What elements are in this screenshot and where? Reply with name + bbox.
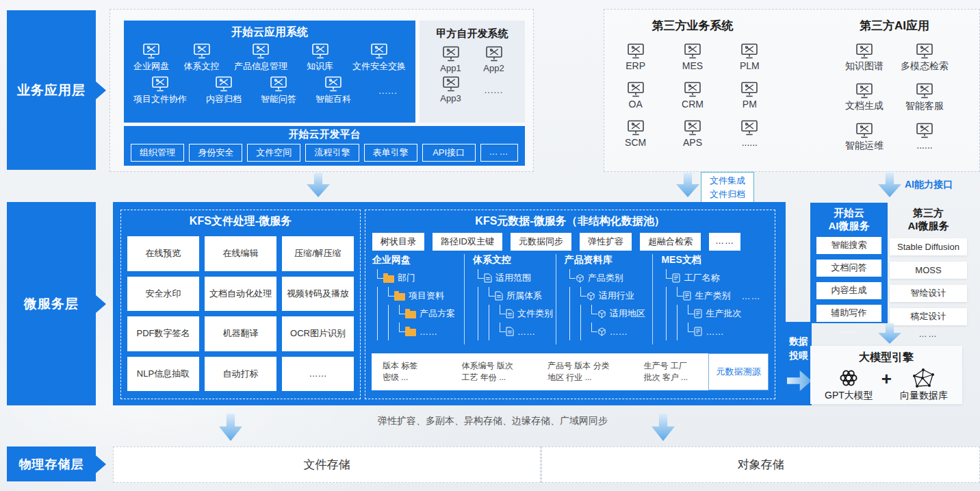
kfs-metadata-title: KFS元数据-微服务（非结构化数据池） xyxy=(365,214,775,229)
ai-app-label: 文档生成 xyxy=(845,100,884,112)
platform-module: 身份安全 xyxy=(189,144,242,162)
third-party-ai-apps-title: 第三方AI应用 xyxy=(834,18,955,34)
feature-tag-ellipsis: …… xyxy=(709,233,740,251)
monitor-tools-icon xyxy=(740,43,758,59)
platform-module: 表单引擎 xyxy=(364,144,417,162)
monitor-tools-icon xyxy=(740,81,758,97)
metadata-feature-tags: 树状目录 路径ID双主键 元数据同步 弹性扩容 超融合检索 …… xyxy=(372,233,768,251)
monitor-tools-icon xyxy=(855,43,873,59)
service-cell: NLP信息抽取 xyxy=(127,357,199,392)
system-item: ERP xyxy=(607,43,664,71)
app-item: 知识库 xyxy=(302,43,338,73)
tree-column-product-library: 产品资料库 产品类别 适用行业 适用地区 …… xyxy=(556,254,653,344)
cloud-app-system-title: 开始云应用系统 xyxy=(124,21,415,40)
monitor-tools-icon xyxy=(855,83,873,99)
large-model-engine-block: 大模型引擎 GPT大模型 + 向量数据库 xyxy=(810,346,962,404)
feature-tag: 树状目录 xyxy=(372,233,424,251)
document-icon xyxy=(484,273,492,283)
app-label: 内容归档 xyxy=(206,93,242,105)
folder-icon xyxy=(405,327,416,336)
ai-service-cell: Stable Diffusion xyxy=(890,238,967,255)
service-cell: 文档自动化处理 xyxy=(205,277,276,312)
app-item: App2 xyxy=(472,46,515,73)
system-item: APS xyxy=(664,120,721,148)
system-label: SCM xyxy=(625,137,646,148)
monitor-tools-icon xyxy=(684,43,701,59)
feature-tag: 元数据同步 xyxy=(511,233,571,251)
platform-module: 流程引擎 xyxy=(305,144,359,162)
ai-app-item-ellipsis: ...... xyxy=(894,123,955,152)
dev-platform-modules: 组织管理 身份安全 文件空间 流程引擎 表单引擎 API接口 …… xyxy=(124,141,525,162)
ai-app-label: 知识图谱 xyxy=(845,60,884,73)
app-label: 文件安全交换 xyxy=(352,60,406,73)
metadata-fields: 生产号 工厂批次 客户 ... xyxy=(632,360,708,384)
file-integration-line2: 文件归档 xyxy=(704,188,751,201)
app-row-2: 项目文件协作 内容归档 智能问答 智能百科 ...... xyxy=(124,76,415,105)
monitor-tools-icon xyxy=(740,120,758,136)
down-arrow-icon xyxy=(307,173,330,197)
tree-column-enterprise-drive: 企业网盘 部门 项目资料 产品方案 …… xyxy=(372,254,464,344)
folder-icon xyxy=(383,274,394,283)
kfs-file-title: KFS文件处理-微服务 xyxy=(121,214,360,229)
app-item: App3 xyxy=(429,76,472,103)
ai-app-item: 文档生成 xyxy=(834,83,894,112)
more-modules-ellipsis: …… xyxy=(480,144,518,162)
microservices-block: KFS文件处理-微服务 在线预览 在线编辑 压缩/解压缩 安全水印 文档自动化处… xyxy=(113,202,786,405)
tree-item: 产品方案 xyxy=(372,305,464,323)
system-label: ERP xyxy=(626,60,645,71)
monitor-tools-icon xyxy=(916,43,933,59)
ai-app-item: 多模态检索 xyxy=(894,43,955,73)
tree-title: 产品资料库 xyxy=(565,254,653,269)
more-apps-ellipsis: ...... xyxy=(472,76,515,103)
metadata-trace-cell: 元数据溯源 xyxy=(708,353,769,390)
tree-title: 企业网盘 xyxy=(372,254,464,269)
tree-item-ellipsis: …… xyxy=(372,323,464,340)
system-label: CRM xyxy=(682,99,704,110)
system-label: APS xyxy=(683,137,702,148)
more-systems-ellipsis: ...... xyxy=(742,137,758,148)
ai-app-item: 知识图谱 xyxy=(834,43,894,73)
plus-sign: + xyxy=(881,368,892,390)
app-label: 企业网盘 xyxy=(133,60,169,73)
tree-column-doc-control: 体系文控 适用范围 所属体系 文件类别 …… xyxy=(464,254,556,344)
monitor-tools-icon xyxy=(442,76,460,92)
cube-icon xyxy=(597,310,606,318)
tree-item: 文件类别 xyxy=(473,305,556,323)
system-item-ellipsis: ...... xyxy=(721,120,778,148)
system-item: PM xyxy=(721,81,778,110)
vector-db-label: 向量数据库 xyxy=(900,390,948,402)
owner-developed-system-block: 甲方自开发系统 App1 App2 App3 ...... xyxy=(420,21,525,123)
system-label: PM xyxy=(743,99,757,110)
owner-apps-grid: App1 App2 App3 ...... xyxy=(420,40,525,103)
tree-item-ellipsis: …… xyxy=(565,323,653,340)
app-label: 体系文控 xyxy=(184,60,220,73)
factory-doc-icon xyxy=(683,291,691,301)
owner-system-title: 甲方自开发系统 xyxy=(420,21,525,40)
tree-item: 适用地区 xyxy=(565,305,653,323)
monitor-tools-icon xyxy=(627,81,645,97)
monitor-tools-icon xyxy=(270,76,287,92)
tree-item: 项目资料 xyxy=(372,287,464,305)
third-party-business-block: 第三方业务系统 ERP MES PLM OA CRM PM SCM APS ..… xyxy=(607,18,778,148)
file-integration-label: 文件集成 文件归档 xyxy=(701,172,754,203)
service-cell: 在线预览 xyxy=(127,236,199,271)
app-item: 企业网盘 xyxy=(133,43,169,73)
down-arrow-icon xyxy=(652,414,675,441)
architecture-diagram: 业务应用层 微服务层 物理存储层 开始云应用系统 企业网盘 体系文控 产品信息管… xyxy=(0,0,980,491)
ai-app-item: 智能客服 xyxy=(894,83,955,112)
tree-item: 适用范围 xyxy=(473,269,556,287)
app-item: 文件安全交换 xyxy=(352,43,406,73)
dev-platform-title: 开始云开发平台 xyxy=(124,126,525,141)
layer-label-microservice: 微服务层 xyxy=(7,202,96,405)
tree-item: 生产类别…… xyxy=(661,287,769,305)
monitor-tools-icon xyxy=(916,123,933,138)
app-item: 体系文控 xyxy=(184,43,220,73)
monitor-tools-icon xyxy=(485,46,503,62)
third-party-business-title: 第三方业务系统 xyxy=(607,18,778,34)
app-label: App3 xyxy=(440,93,461,103)
factory-doc-icon xyxy=(694,327,702,336)
service-cell: 机器翻译 xyxy=(205,316,276,351)
third-party-ai-microservices-block: 第三方 AI微服务 Stable Diffusion MOSS 智绘设计 稿定设… xyxy=(890,203,967,339)
kfs-file-processing-block: KFS文件处理-微服务 在线预览 在线编辑 压缩/解压缩 安全水印 文档自动化处… xyxy=(120,210,361,399)
openai-logo-icon xyxy=(838,367,860,389)
